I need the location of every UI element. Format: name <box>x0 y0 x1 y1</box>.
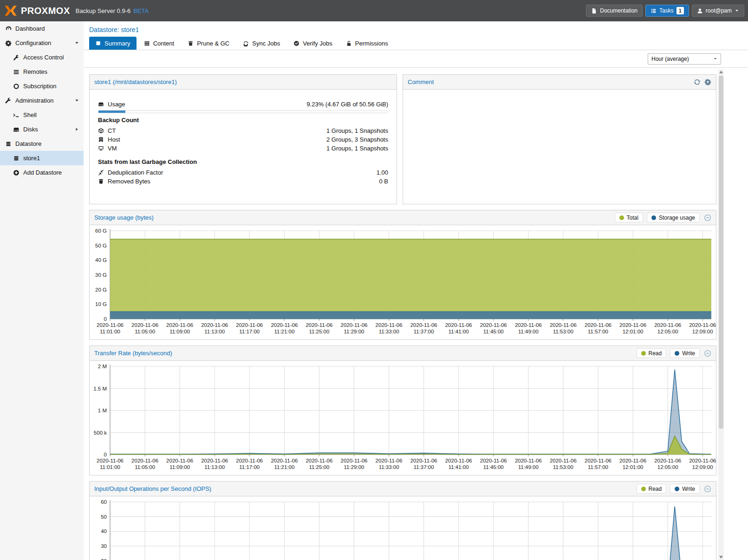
svg-text:2020-11-06: 2020-11-06 <box>619 458 646 463</box>
tab-verify-jobs[interactable]: Verify Jobs <box>287 37 338 50</box>
tab-sync-jobs[interactable]: Sync Jobs <box>237 37 286 50</box>
legend-item-total[interactable]: Total <box>615 213 643 222</box>
svg-text:2020-11-06: 2020-11-06 <box>201 322 228 328</box>
usage-progress-fill <box>98 111 125 113</box>
dedup-row: Deduplication Factor1.00 <box>98 168 388 177</box>
legend: ReadWrite <box>637 348 700 358</box>
scrollbar-thumb[interactable] <box>719 76 723 429</box>
collapse-icon[interactable] <box>704 350 711 357</box>
svg-text:2020-11-06: 2020-11-06 <box>236 458 263 463</box>
tab-summary[interactable]: Summary <box>89 37 137 50</box>
legend-item-storage-usage[interactable]: Storage usage <box>647 213 700 222</box>
sidebar-item-access-control[interactable]: Access Control <box>0 50 84 65</box>
transfer-rate-panel: Transfer Rate (bytes/second) ReadWrite 0… <box>89 345 716 475</box>
svg-text:11:17:00: 11:17:00 <box>239 329 260 334</box>
sidebar-item-administration[interactable]: Administration <box>0 93 84 108</box>
storage-usage-chart: 010 G20 G30 G40 G50 G60 G2020-11-0611:01… <box>90 225 716 339</box>
legend-label: Storage usage <box>659 215 695 221</box>
legend-item-write[interactable]: Write <box>670 484 700 494</box>
sidebar-item-shell[interactable]: Shell <box>0 108 84 122</box>
legend: TotalStorage usage <box>615 213 700 222</box>
proxmox-logo-icon <box>4 5 18 17</box>
tab-content[interactable]: Content <box>138 37 181 50</box>
vertical-scrollbar[interactable] <box>718 69 724 560</box>
legend-item-read[interactable]: Read <box>637 484 667 494</box>
tab-prune-gc[interactable]: Prune & GC <box>182 37 235 50</box>
book-icon <box>95 40 101 46</box>
chevron-down-icon[interactable] <box>74 40 79 46</box>
collapse-icon[interactable] <box>704 214 711 221</box>
collapse-icon[interactable] <box>704 485 711 493</box>
row-value: 0 B <box>379 178 388 185</box>
scroll-up-arrow-icon[interactable] <box>719 71 723 73</box>
svg-text:2020-11-06: 2020-11-06 <box>376 322 403 328</box>
scroll-down-arrow-icon[interactable] <box>719 556 723 559</box>
svg-text:11:57:00: 11:57:00 <box>588 329 608 334</box>
tab-permissions[interactable]: Permissions <box>340 37 394 50</box>
chevron-right-icon[interactable] <box>74 127 79 132</box>
sidebar-item-label: Disks <box>23 126 38 133</box>
row-label: Removed Bytes <box>108 178 150 185</box>
sidebar-item-datastore[interactable]: Datastore <box>0 137 84 151</box>
key-icon <box>13 54 20 61</box>
sidebar-item-dashboard[interactable]: Dashboard <box>0 21 84 36</box>
usage-progress-bar <box>98 110 388 113</box>
sidebar-item-label: Remotes <box>23 68 47 75</box>
svg-text:11:13:00: 11:13:00 <box>204 464 225 470</box>
toolbar: Hour (average) <box>84 50 748 68</box>
sidebar-item-add-datastore[interactable]: Add Datastore <box>0 165 84 180</box>
refresh-icon[interactable] <box>694 78 701 85</box>
gear-icon[interactable] <box>704 78 711 85</box>
legend-item-write[interactable]: Write <box>670 348 700 358</box>
panel-title: Storage usage (bytes) <box>94 214 154 221</box>
svg-text:11:25:00: 11:25:00 <box>309 329 329 334</box>
time-range-select[interactable]: Hour (average) <box>648 53 721 65</box>
svg-text:11:29:00: 11:29:00 <box>344 464 364 470</box>
svg-text:11:37:00: 11:37:00 <box>414 464 434 470</box>
sidebar: DashboardConfigurationAccess ControlRemo… <box>0 21 84 560</box>
svg-text:30: 30 <box>101 543 107 549</box>
sidebar-item-configuration[interactable]: Configuration <box>0 36 84 50</box>
tasks-count-badge: 1 <box>676 7 684 14</box>
trash-icon <box>188 40 194 46</box>
svg-text:11:09:00: 11:09:00 <box>169 329 190 334</box>
svg-text:11:33:00: 11:33:00 <box>379 329 399 334</box>
panel-title: store1 (/mnt/datastores/store1) <box>94 78 177 85</box>
sidebar-item-label: Dashboard <box>15 25 45 32</box>
disk-icon <box>13 126 20 133</box>
bars-icon <box>13 69 20 75</box>
row-label: VM <box>108 145 117 152</box>
chevron-down-icon[interactable] <box>74 98 79 103</box>
svg-text:2020-11-06: 2020-11-06 <box>515 458 542 463</box>
legend-dot-icon <box>675 351 679 356</box>
svg-text:2020-11-06: 2020-11-06 <box>445 322 472 328</box>
row-value: 1 Groups, 1 Snapshots <box>326 145 388 152</box>
user-label: root@pam <box>706 7 732 14</box>
svg-text:2020-11-06: 2020-11-06 <box>236 322 263 328</box>
beta-link[interactable]: BETA <box>133 7 149 14</box>
removed-row: Removed Bytes0 B <box>98 177 388 186</box>
svg-text:2020-11-06: 2020-11-06 <box>410 458 437 463</box>
svg-text:11:25:00: 11:25:00 <box>309 464 329 470</box>
svg-text:0: 0 <box>104 316 107 322</box>
svg-text:2020-11-06: 2020-11-06 <box>480 458 507 463</box>
svg-text:2020-11-06: 2020-11-06 <box>271 322 298 328</box>
sidebar-item-store1[interactable]: store1 <box>0 151 84 165</box>
legend-item-read[interactable]: Read <box>637 348 667 358</box>
plus-circle-icon <box>13 169 20 176</box>
documentation-button[interactable]: Documentation <box>586 5 643 17</box>
datastore-summary-panel: store1 (/mnt/datastores/store1) Usage 9.… <box>89 74 397 204</box>
svg-text:50: 50 <box>101 514 107 520</box>
legend: ReadWrite <box>637 484 700 494</box>
sidebar-item-subscription[interactable]: Subscription <box>0 79 84 93</box>
svg-text:11:41:00: 11:41:00 <box>449 329 469 334</box>
svg-text:11:45:00: 11:45:00 <box>483 329 504 334</box>
sidebar-item-disks[interactable]: Disks <box>0 122 84 137</box>
sidebar-item-remotes[interactable]: Remotes <box>0 65 84 79</box>
legend-dot-icon <box>641 487 646 491</box>
chevron-down-icon <box>713 57 717 61</box>
svg-text:2020-11-06: 2020-11-06 <box>306 458 332 463</box>
tasks-button[interactable]: Tasks 1 <box>645 5 689 17</box>
svg-text:30 G: 30 G <box>95 272 107 278</box>
user-menu-button[interactable]: root@pam <box>692 5 744 17</box>
